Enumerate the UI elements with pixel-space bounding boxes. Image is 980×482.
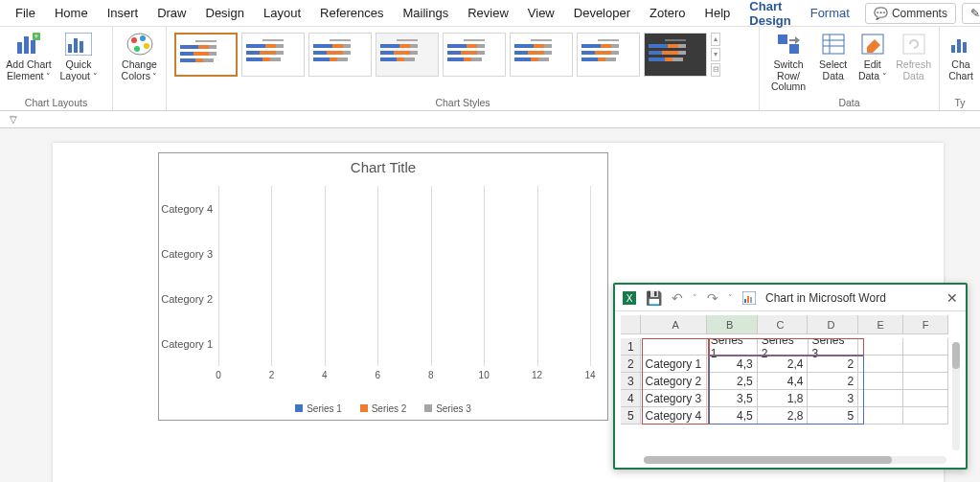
- excel-hscrollbar[interactable]: [644, 456, 946, 464]
- cell-E1[interactable]: [858, 338, 903, 356]
- menu-developer[interactable]: Developer: [564, 2, 640, 24]
- menu-zotero[interactable]: Zotero: [640, 2, 695, 24]
- chart-object[interactable]: Chart Title 02468101214Category 1Categor…: [158, 152, 608, 421]
- gallery-more-button[interactable]: ⊟: [711, 63, 720, 77]
- select-data-button[interactable]: Select Data: [815, 31, 851, 81]
- cell-B4[interactable]: 3,5: [707, 390, 758, 407]
- chart-style-8[interactable]: [644, 33, 707, 77]
- row-header[interactable]: 4: [621, 390, 641, 407]
- add-chart-element-button[interactable]: + Add Chart Element: [6, 31, 52, 81]
- cell-C4[interactable]: 1,8: [758, 390, 809, 407]
- excel-row[interactable]: 2Category 14,32,42: [621, 356, 948, 373]
- editing-mode-button[interactable]: ✎Editing˅: [962, 3, 980, 24]
- cell-A4[interactable]: Category 3: [641, 390, 706, 407]
- chart-style-2[interactable]: [241, 33, 305, 77]
- undo-dropdown-icon[interactable]: ˅: [693, 293, 697, 303]
- cell-C2[interactable]: 2,4: [758, 356, 809, 373]
- menu-file[interactable]: File: [6, 2, 45, 24]
- excel-row[interactable]: 3Category 22,54,42: [621, 373, 948, 390]
- excel-grid[interactable]: 1Series 1Series 2Series 32Category 14,32…: [621, 338, 948, 450]
- menu-references[interactable]: References: [310, 2, 393, 24]
- excel-row[interactable]: 1Series 1Series 2Series 3: [621, 338, 948, 356]
- menu-home[interactable]: Home: [45, 2, 98, 24]
- hscroll-thumb[interactable]: [644, 456, 892, 464]
- cell-D5[interactable]: 5: [808, 407, 858, 425]
- cell-E2[interactable]: [858, 356, 903, 373]
- change-colors-button[interactable]: Change Colors: [119, 31, 160, 81]
- cell-C5[interactable]: 2,8: [758, 407, 809, 425]
- comments-button[interactable]: 💬Comments: [865, 3, 956, 24]
- cell-F2[interactable]: [903, 356, 948, 373]
- chart-title[interactable]: Chart Title: [159, 153, 607, 177]
- cell-F5[interactable]: [903, 407, 948, 425]
- menu-mailings[interactable]: Mailings: [394, 2, 459, 24]
- menu-draw[interactable]: Draw: [148, 2, 195, 24]
- close-button[interactable]: ✕: [946, 290, 958, 306]
- menu-layout[interactable]: Layout: [254, 2, 310, 24]
- cell-C1[interactable]: Series 2: [758, 338, 809, 356]
- ribbon-collapse-bar[interactable]: ▽: [0, 111, 980, 128]
- menu-review[interactable]: Review: [458, 2, 518, 24]
- row-header[interactable]: 1: [621, 338, 641, 356]
- quick-layout-button[interactable]: Quick Layout: [56, 31, 102, 81]
- cell-E4[interactable]: [858, 390, 903, 407]
- quick-layout-icon: [63, 31, 94, 57]
- cell-E3[interactable]: [858, 373, 903, 390]
- undo-icon[interactable]: ↶: [672, 290, 683, 306]
- row-header[interactable]: 3: [621, 373, 641, 390]
- col-header-C[interactable]: C: [758, 315, 809, 334]
- cell-D3[interactable]: 2: [808, 373, 858, 390]
- gallery-down-button[interactable]: ▾: [711, 48, 720, 61]
- switch-row-column-button[interactable]: Switch Row/ Column: [765, 31, 811, 93]
- cell-A2[interactable]: Category 1: [641, 356, 706, 373]
- col-header-D[interactable]: D: [808, 315, 858, 334]
- cell-C3[interactable]: 4,4: [758, 373, 809, 390]
- cell-B5[interactable]: 4,5: [707, 407, 758, 425]
- col-header-F[interactable]: F: [903, 315, 948, 334]
- col-header-A[interactable]: A: [641, 315, 706, 334]
- cell-B1[interactable]: Series 1: [707, 338, 758, 356]
- chart-legend[interactable]: Series 1 Series 2 Series 3: [159, 403, 607, 415]
- excel-row[interactable]: 5Category 44,52,85: [621, 407, 948, 425]
- gallery-up-button[interactable]: ▴: [711, 33, 720, 46]
- cell-F1[interactable]: [903, 338, 948, 356]
- redo-icon[interactable]: ↷: [707, 290, 718, 306]
- col-header-E[interactable]: E: [858, 315, 903, 334]
- cell-B2[interactable]: 4,3: [707, 356, 758, 373]
- chart-style-3[interactable]: [308, 33, 372, 77]
- menu-insert[interactable]: Insert: [98, 2, 148, 24]
- cell-D1[interactable]: Series 3: [809, 338, 859, 356]
- cell-E5[interactable]: [858, 407, 903, 425]
- select-all-cell[interactable]: [621, 315, 641, 334]
- cell-A3[interactable]: Category 2: [641, 373, 706, 390]
- menu-view[interactable]: View: [518, 2, 564, 24]
- cell-B3[interactable]: 2,5: [707, 373, 758, 390]
- chart-style-5[interactable]: [443, 33, 506, 77]
- cell-F3[interactable]: [903, 373, 948, 390]
- cell-D2[interactable]: 2: [808, 356, 858, 373]
- menu-design[interactable]: Design: [196, 2, 254, 24]
- row-header[interactable]: 2: [621, 356, 641, 373]
- chart-style-1[interactable]: [174, 33, 238, 77]
- edit-data-button[interactable]: Edit Data: [855, 31, 890, 81]
- chart-style-6[interactable]: [510, 33, 573, 77]
- cell-A1[interactable]: [641, 338, 706, 356]
- row-header[interactable]: 5: [621, 407, 641, 425]
- cell-D4[interactable]: 3: [808, 390, 858, 407]
- excel-row[interactable]: 4Category 33,51,83: [621, 390, 948, 407]
- col-header-B[interactable]: B: [707, 315, 758, 334]
- menu-format[interactable]: Format: [801, 2, 859, 24]
- chart-style-7[interactable]: [577, 33, 640, 77]
- chart-style-4[interactable]: [376, 33, 439, 77]
- change-chart-type-button[interactable]: Cha Chart: [946, 31, 976, 81]
- cell-A5[interactable]: Category 4: [641, 407, 706, 425]
- save-icon[interactable]: 💾: [646, 290, 662, 306]
- cell-F4[interactable]: [903, 390, 948, 407]
- redo-dropdown-icon[interactable]: ˅: [728, 293, 733, 303]
- excel-data-window[interactable]: X 💾 ↶ ˅ ↷ ˅ Chart in Microsoft Word ✕ A …: [613, 283, 968, 470]
- excel-titlebar[interactable]: X 💾 ↶ ˅ ↷ ˅ Chart in Microsoft Word ✕: [615, 285, 966, 311]
- menu-help[interactable]: Help: [695, 2, 741, 24]
- vscroll-thumb[interactable]: [952, 342, 960, 369]
- chart-plot-area[interactable]: 02468101214Category 1Category 2Category …: [218, 186, 590, 366]
- excel-vscrollbar[interactable]: [952, 342, 960, 450]
